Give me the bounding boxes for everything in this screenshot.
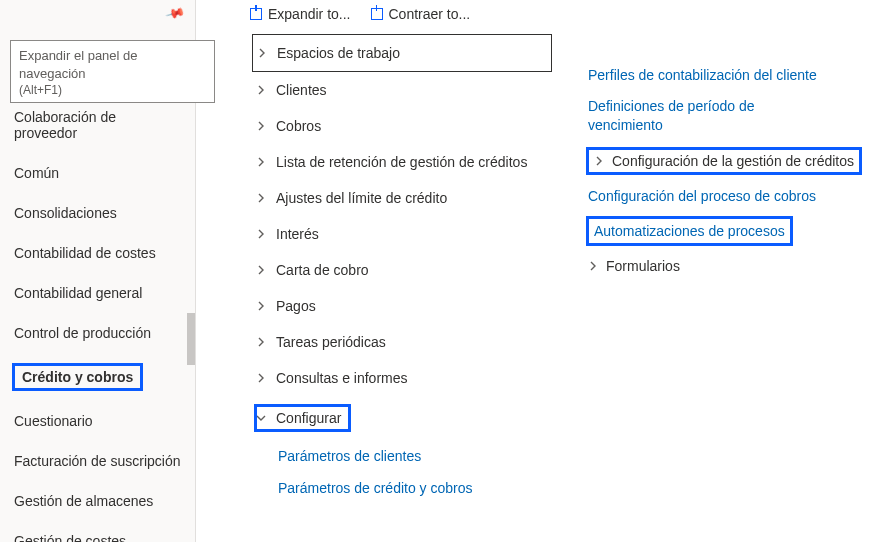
top-actions: Expandir to... Contraer to... — [250, 6, 552, 22]
sublink-parametros-credito[interactable]: Parámetros de crédito y cobros — [252, 472, 552, 504]
tree-item[interactable]: Espacios de trabajo — [252, 34, 552, 72]
chevron-right-icon — [256, 121, 266, 131]
chevron-right-icon — [257, 48, 267, 58]
node-formularios-label: Formularios — [606, 258, 680, 274]
main: Expandir to... Contraer to... Espacios d… — [196, 0, 888, 542]
sublink-parametros-clientes[interactable]: Parámetros de clientes — [252, 440, 552, 472]
chevron-right-icon — [256, 229, 266, 239]
node-formularios[interactable]: Formularios — [588, 250, 888, 282]
nav-item[interactable]: Gestión de costes — [0, 521, 195, 542]
nav-scroll-thumb[interactable] — [187, 313, 195, 365]
nav-item[interactable]: Crédito y cobros — [0, 353, 195, 401]
tree-item[interactable]: Tareas periódicas — [252, 324, 552, 360]
link-perfiles-contabilizacion[interactable]: Perfiles de contabilización del cliente — [588, 60, 888, 91]
link-automatizaciones-label: Automatizaciones de procesos — [588, 218, 791, 245]
chevron-right-icon — [594, 156, 604, 166]
nav-item[interactable]: Gestión de almacenes — [0, 481, 195, 521]
node-config-label: Configuración de la gestión de créditos — [612, 153, 854, 169]
chevron-right-icon — [256, 373, 266, 383]
tree-item-label: Lista de retención de gestión de crédito… — [276, 154, 527, 170]
link-config-proceso-cobros[interactable]: Configuración del proceso de cobros — [588, 181, 888, 212]
nav-item[interactable]: Contabilidad de costes — [0, 233, 195, 273]
tree-item[interactable]: Interés — [252, 216, 552, 252]
tree-column: Expandir to... Contraer to... Espacios d… — [252, 6, 552, 542]
tooltip-shortcut: (Alt+F1) — [19, 82, 62, 98]
link-definiciones-periodo[interactable]: Definiciones de período de vencimiento — [588, 91, 808, 141]
nav-list: Colaboración de proveedorComúnConsolidac… — [0, 97, 195, 542]
nav-item[interactable]: Colaboración de proveedor — [0, 97, 195, 153]
expand-all-button[interactable]: Expandir to... — [250, 6, 351, 22]
tree-item-label: Tareas periódicas — [276, 334, 386, 350]
right-column: Perfiles de contabilización del cliente … — [588, 6, 888, 542]
node-config-gestion-creditos[interactable]: Configuración de la gestión de créditos — [588, 141, 888, 181]
tree-item[interactable]: Clientes — [252, 72, 552, 108]
tree-item-label: Carta de cobro — [276, 262, 369, 278]
collapse-all-button[interactable]: Contraer to... — [371, 6, 471, 22]
nav-top: 📌 — [0, 0, 195, 33]
expand-all-label: Expandir to... — [268, 6, 351, 22]
tree-item-label: Cobros — [276, 118, 321, 134]
tree-item-label: Ajustes del límite de crédito — [276, 190, 447, 206]
nav-item[interactable]: Control de producción — [0, 313, 195, 353]
tree-item[interactable]: Lista de retención de gestión de crédito… — [252, 144, 552, 180]
chevron-right-icon — [256, 301, 266, 311]
chevron-right-icon — [256, 265, 266, 275]
chevron-right-icon — [256, 337, 266, 347]
nav-panel: 📌 Expandir el panel de navegación (Alt+F… — [0, 0, 196, 542]
tree-configurar[interactable]: Configurar — [252, 396, 552, 440]
collapse-icon — [371, 8, 383, 20]
tree-item-label: Espacios de trabajo — [277, 45, 400, 61]
chevron-down-icon — [256, 413, 266, 423]
tree-configurar-label: Configurar — [276, 410, 341, 426]
tree-item[interactable]: Carta de cobro — [252, 252, 552, 288]
tree-item-label: Pagos — [276, 298, 316, 314]
tree-item[interactable]: Pagos — [252, 288, 552, 324]
nav-tooltip: Expandir el panel de navegación (Alt+F1) — [10, 40, 215, 103]
link-automatizaciones[interactable]: Automatizaciones de procesos — [588, 212, 888, 251]
tree-item-label: Interés — [276, 226, 319, 242]
tooltip-text: Expandir el panel de navegación — [19, 48, 138, 81]
chevron-right-icon — [588, 261, 598, 271]
collapse-all-label: Contraer to... — [389, 6, 471, 22]
chevron-right-icon — [256, 157, 266, 167]
nav-item[interactable]: Contabilidad general — [0, 273, 195, 313]
chevron-right-icon — [256, 85, 266, 95]
tree-item[interactable]: Ajustes del límite de crédito — [252, 180, 552, 216]
nav-item[interactable]: Común — [0, 153, 195, 193]
tree-item-label: Consultas e informes — [276, 370, 408, 386]
pin-icon[interactable]: 📌 — [164, 3, 185, 24]
tree-item[interactable]: Consultas e informes — [252, 360, 552, 396]
nav-item[interactable]: Facturación de suscripción — [0, 441, 195, 481]
tree-item[interactable]: Cobros — [252, 108, 552, 144]
tree-item-label: Clientes — [276, 82, 327, 98]
nav-item-label: Crédito y cobros — [14, 365, 141, 389]
chevron-right-icon — [256, 193, 266, 203]
expand-icon — [250, 8, 262, 20]
nav-item[interactable]: Cuestionario — [0, 401, 195, 441]
nav-scrollbar[interactable] — [187, 97, 195, 542]
nav-item[interactable]: Consolidaciones — [0, 193, 195, 233]
